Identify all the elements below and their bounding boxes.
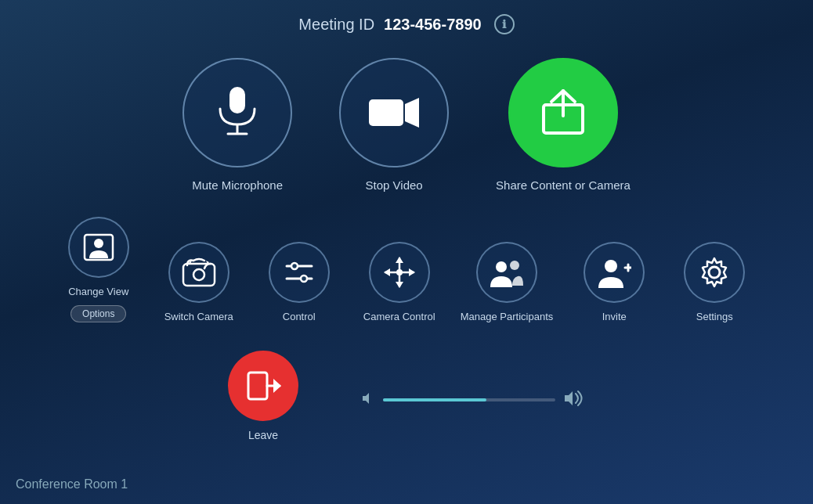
person-square-icon — [83, 233, 114, 261]
change-view-group[interactable]: Change View Options — [60, 217, 138, 322]
main-buttons-row: Mute Microphone Stop Video Share Content… — [0, 58, 813, 192]
svg-point-13 — [301, 275, 307, 282]
header: Meeting ID 123-456-7890 ℹ — [0, 0, 813, 42]
svg-marker-17 — [396, 282, 403, 288]
info-icon[interactable]: ℹ — [494, 14, 515, 34]
meeting-id-label: Meeting ID — [298, 16, 374, 34]
svg-point-26 — [709, 267, 720, 278]
svg-marker-29 — [273, 379, 281, 393]
move-icon — [382, 255, 417, 290]
svg-marker-16 — [396, 257, 403, 263]
camera-control-group[interactable]: Camera Control — [360, 242, 439, 322]
svg-rect-3 — [369, 99, 403, 126]
sliders-icon — [284, 258, 315, 286]
share-content-group[interactable]: Share Content or Camera — [496, 58, 631, 192]
stop-video-button[interactable] — [339, 58, 449, 167]
volume-slider-track[interactable] — [383, 398, 555, 401]
control-label: Control — [283, 311, 316, 322]
camera-control-button[interactable] — [369, 242, 430, 303]
settings-label: Settings — [696, 311, 733, 322]
svg-rect-27 — [248, 373, 267, 399]
svg-marker-30 — [363, 393, 369, 404]
mute-microphone-group[interactable]: Mute Microphone — [182, 58, 292, 192]
share-content-button[interactable] — [508, 58, 618, 167]
leave-icon — [245, 368, 281, 404]
share-content-label: Share Content or Camera — [496, 178, 631, 192]
person-add-icon — [597, 257, 631, 288]
control-group[interactable]: Control — [260, 242, 338, 322]
meeting-id-value: 123-456-7890 — [384, 16, 482, 34]
share-icon — [536, 88, 591, 139]
leave-group[interactable]: Leave — [228, 351, 298, 441]
gear-icon — [698, 256, 731, 289]
volume-control — [361, 390, 585, 411]
svg-point-9 — [193, 269, 204, 280]
control-button[interactable] — [269, 242, 330, 303]
mute-microphone-button[interactable] — [182, 58, 292, 167]
svg-marker-4 — [405, 98, 419, 128]
svg-point-20 — [396, 269, 403, 275]
room-label: Conference Room 1 — [16, 477, 128, 491]
volume-slider-fill — [383, 398, 486, 401]
invite-group[interactable]: Invite — [575, 242, 653, 322]
switch-camera-button[interactable] — [168, 242, 229, 303]
secondary-buttons-row: Change View Options Switch Camera — [0, 217, 813, 322]
options-badge[interactable]: Options — [70, 305, 126, 322]
people-icon — [489, 257, 525, 287]
svg-marker-19 — [409, 268, 415, 276]
switch-camera-group[interactable]: Switch Camera — [160, 242, 238, 322]
settings-button[interactable] — [684, 242, 745, 303]
svg-marker-31 — [565, 391, 573, 405]
camera-icon — [367, 93, 421, 132]
volume-high-icon — [563, 390, 585, 411]
bottom-row: Leave — [0, 351, 813, 441]
manage-participants-label: Manage Participants — [461, 311, 554, 322]
volume-low-icon — [361, 391, 375, 409]
svg-marker-18 — [384, 268, 390, 276]
settings-group[interactable]: Settings — [675, 242, 753, 322]
camera-rotate-icon — [181, 257, 217, 287]
svg-point-22 — [510, 261, 519, 270]
invite-label: Invite — [602, 311, 627, 322]
svg-point-21 — [496, 261, 507, 272]
leave-label: Leave — [248, 429, 278, 441]
svg-point-23 — [605, 260, 617, 272]
svg-point-11 — [291, 263, 298, 269]
svg-rect-0 — [229, 87, 245, 113]
switch-camera-label: Switch Camera — [164, 311, 233, 322]
mute-microphone-label: Mute Microphone — [192, 178, 283, 192]
camera-control-label: Camera Control — [363, 311, 435, 322]
stop-video-group[interactable]: Stop Video — [339, 58, 449, 192]
svg-point-7 — [94, 239, 103, 248]
svg-rect-8 — [183, 264, 215, 286]
change-view-button[interactable] — [68, 217, 129, 278]
microphone-icon — [214, 85, 261, 140]
stop-video-label: Stop Video — [366, 178, 423, 192]
manage-participants-button[interactable] — [476, 242, 537, 303]
leave-button[interactable] — [228, 351, 298, 421]
invite-button[interactable] — [584, 242, 645, 303]
change-view-label: Change View — [68, 286, 128, 297]
manage-participants-group[interactable]: Manage Participants — [461, 242, 554, 322]
